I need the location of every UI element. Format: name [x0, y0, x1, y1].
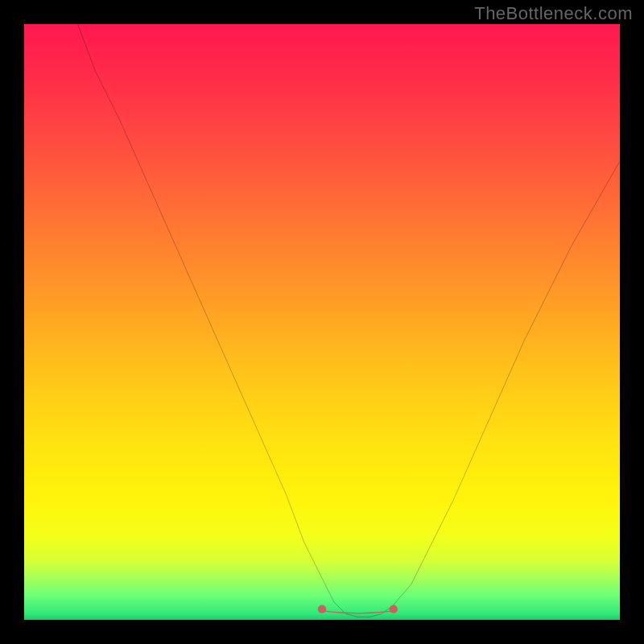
bottleneck-curve [78, 24, 620, 617]
highlight-dot-left [318, 605, 326, 613]
highlight-dot-right [390, 605, 398, 613]
chart-frame: TheBottleneck.com [0, 0, 644, 644]
plot-area [24, 24, 620, 620]
watermark-text: TheBottleneck.com [474, 3, 633, 24]
curve-layer [24, 24, 620, 620]
